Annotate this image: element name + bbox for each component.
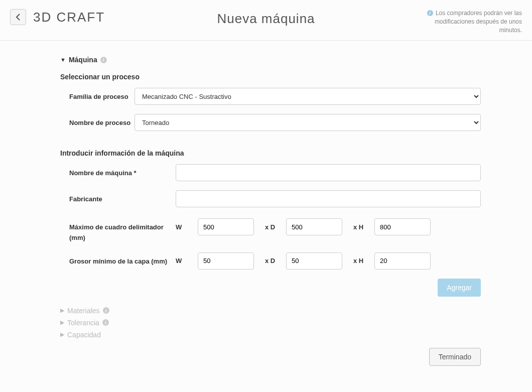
caret-down-icon: ▼ <box>60 57 66 63</box>
dim-label-d: x D <box>254 257 286 265</box>
dim-label-h: x H <box>342 223 374 231</box>
dim-label-w: W <box>176 223 198 231</box>
dim-label-d: x D <box>254 223 286 231</box>
machine-info-form: Nombre de máquina * Fabricante Máximo de… <box>69 164 481 270</box>
machine-info-heading: Introducir información de la máquina <box>60 149 532 157</box>
row-machine-name: Nombre de máquina * <box>69 164 481 181</box>
input-bbox-w[interactable] <box>198 218 254 235</box>
layer-dims: W x D x H <box>176 252 481 270</box>
caret-right-icon: ▶ <box>60 307 64 314</box>
notice: i Los compradores podrán ver las modific… <box>417 9 522 34</box>
input-layer-d[interactable] <box>286 252 342 270</box>
content: ▼ Máquina i Seleccionar un proceso Famil… <box>0 41 532 381</box>
input-machine-name[interactable] <box>176 164 481 181</box>
done-button[interactable]: Terminado <box>429 348 481 366</box>
add-button-row: Agregar <box>69 279 481 297</box>
section-capacity-header: ▶ Capacidad <box>60 331 532 339</box>
info-icon: i <box>102 319 109 326</box>
select-process-name[interactable]: Torneado <box>135 114 481 131</box>
row-layer: Grosor mínimo de la capa (mm) W x D x H <box>69 252 481 270</box>
section-tolerance-header: ▶ Tolerancia i <box>60 319 532 327</box>
back-button[interactable] <box>10 9 26 25</box>
process-heading: Seleccionar un proceso <box>60 73 532 81</box>
section-tolerance-label: Tolerancia <box>67 319 99 327</box>
row-process-name: Nombre de proceso Torneado <box>69 114 481 131</box>
caret-right-icon: ▶ <box>60 319 64 326</box>
label-bbox: Máximo de cuadro delimitador (mm) <box>69 218 176 243</box>
info-icon: i <box>427 10 433 16</box>
row-process-family: Familia de proceso Mecanizado CNC - Sust… <box>69 88 481 105</box>
row-bbox: Máximo de cuadro delimitador (mm) W x D … <box>69 218 481 243</box>
input-manufacturer[interactable] <box>176 190 481 207</box>
dim-label-h: x H <box>342 257 374 265</box>
header: 3D CRAFT Nueva máquina i Los compradores… <box>0 0 532 41</box>
label-process-family: Familia de proceso <box>69 88 135 102</box>
bbox-dims: W x D x H <box>176 218 481 235</box>
page-title: Nueva máquina <box>217 11 315 27</box>
info-icon[interactable]: i <box>100 57 107 63</box>
select-process-family[interactable]: Mecanizado CNC - Sustractivo <box>135 88 481 105</box>
section-materials-header: ▶ Materiales i <box>60 307 532 315</box>
input-bbox-h[interactable] <box>374 218 431 235</box>
section-machine-label: Máquina <box>69 56 97 64</box>
info-icon: i <box>103 307 109 314</box>
footer-row: Terminado <box>69 348 481 366</box>
process-form: Familia de proceso Mecanizado CNC - Sust… <box>69 88 481 131</box>
label-layer: Grosor mínimo de la capa (mm) <box>69 252 176 267</box>
section-capacity-label: Capacidad <box>67 331 101 339</box>
brand-logo: 3D CRAFT <box>33 10 105 25</box>
label-process-name: Nombre de proceso <box>69 114 135 128</box>
chevron-left-icon <box>16 14 21 21</box>
dim-label-w: W <box>176 257 198 265</box>
notice-text: Los compradores podrán ver las modificac… <box>435 10 522 34</box>
input-bbox-d[interactable] <box>286 218 342 235</box>
label-manufacturer: Fabricante <box>69 190 176 205</box>
add-button[interactable]: Agregar <box>438 279 481 297</box>
caret-right-icon: ▶ <box>60 331 64 338</box>
input-layer-h[interactable] <box>374 252 431 270</box>
collapsed-sections: ▶ Materiales i ▶ Tolerancia i ▶ Capacida… <box>60 307 532 339</box>
header-left: 3D CRAFT <box>10 9 105 25</box>
section-machine-header[interactable]: ▼ Máquina i <box>60 56 532 64</box>
section-materials-label: Materiales <box>67 307 100 315</box>
row-manufacturer: Fabricante <box>69 190 481 207</box>
input-layer-w[interactable] <box>198 252 254 270</box>
label-machine-name: Nombre de máquina * <box>69 164 176 179</box>
